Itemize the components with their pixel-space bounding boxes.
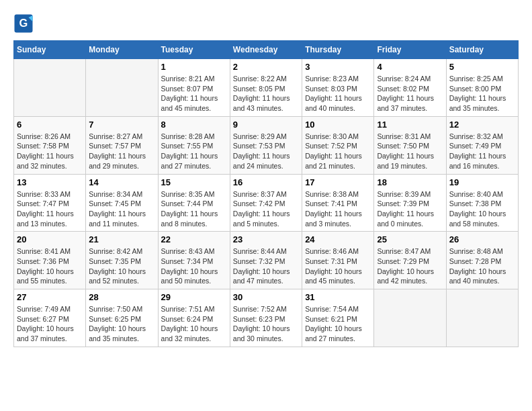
- day-number: 6: [17, 120, 83, 130]
- day-info: Sunrise: 8:28 AM Sunset: 7:55 PM Dayligh…: [161, 132, 227, 171]
- day-number: 19: [449, 177, 515, 187]
- weekday-header: Monday: [86, 41, 158, 59]
- calendar-cell: 3Sunrise: 8:23 AM Sunset: 8:03 PM Daylig…: [302, 59, 374, 117]
- calendar-cell: 24Sunrise: 8:46 AM Sunset: 7:31 PM Dayli…: [302, 232, 374, 289]
- calendar-cell: 31Sunrise: 7:54 AM Sunset: 6:21 PM Dayli…: [302, 289, 374, 347]
- day-info: Sunrise: 8:24 AM Sunset: 8:02 PM Dayligh…: [377, 74, 443, 113]
- day-info: Sunrise: 8:30 AM Sunset: 7:52 PM Dayligh…: [305, 132, 371, 171]
- calendar-week-row: 20Sunrise: 8:41 AM Sunset: 7:36 PM Dayli…: [14, 232, 519, 289]
- day-number: 3: [305, 62, 371, 72]
- calendar-cell: 16Sunrise: 8:37 AM Sunset: 7:42 PM Dayli…: [230, 174, 302, 232]
- day-info: Sunrise: 8:40 AM Sunset: 7:38 PM Dayligh…: [449, 189, 515, 229]
- day-number: 21: [89, 234, 154, 244]
- calendar-cell: 23Sunrise: 8:44 AM Sunset: 7:32 PM Dayli…: [230, 232, 302, 289]
- day-info: Sunrise: 8:48 AM Sunset: 7:28 PM Dayligh…: [449, 246, 515, 286]
- day-number: 12: [449, 120, 515, 130]
- calendar-cell: 28Sunrise: 7:50 AM Sunset: 6:25 PM Dayli…: [86, 289, 158, 347]
- calendar-table: SundayMondayTuesdayWednesdayThursdayFrid…: [13, 40, 519, 347]
- calendar-cell: 30Sunrise: 7:52 AM Sunset: 6:23 PM Dayli…: [230, 289, 302, 347]
- calendar-cell: 25Sunrise: 8:47 AM Sunset: 7:29 PM Dayli…: [374, 232, 446, 289]
- day-info: Sunrise: 8:22 AM Sunset: 8:05 PM Dayligh…: [233, 74, 299, 113]
- day-info: Sunrise: 8:43 AM Sunset: 7:34 PM Dayligh…: [161, 246, 227, 286]
- calendar-cell: 13Sunrise: 8:33 AM Sunset: 7:47 PM Dayli…: [14, 174, 86, 232]
- day-info: Sunrise: 8:26 AM Sunset: 7:58 PM Dayligh…: [17, 132, 83, 171]
- day-number: 23: [233, 234, 299, 244]
- calendar-body: 1Sunrise: 8:21 AM Sunset: 8:07 PM Daylig…: [14, 59, 519, 347]
- day-number: 25: [377, 234, 443, 244]
- day-number: 18: [377, 177, 443, 187]
- day-number: 8: [161, 120, 227, 130]
- day-info: Sunrise: 8:27 AM Sunset: 7:57 PM Dayligh…: [89, 132, 154, 171]
- day-number: 27: [17, 292, 83, 302]
- day-info: Sunrise: 8:47 AM Sunset: 7:29 PM Dayligh…: [377, 246, 443, 286]
- day-info: Sunrise: 8:25 AM Sunset: 8:00 PM Dayligh…: [449, 74, 515, 113]
- day-number: 29: [161, 292, 227, 302]
- day-number: 5: [449, 62, 515, 72]
- calendar-cell: [14, 59, 86, 117]
- day-info: Sunrise: 8:35 AM Sunset: 7:44 PM Dayligh…: [161, 189, 227, 229]
- day-info: Sunrise: 7:52 AM Sunset: 6:23 PM Dayligh…: [233, 304, 299, 344]
- calendar-cell: 7Sunrise: 8:27 AM Sunset: 7:57 PM Daylig…: [86, 116, 158, 174]
- day-number: 31: [305, 292, 371, 302]
- weekday-header: Sunday: [14, 41, 86, 59]
- day-info: Sunrise: 7:54 AM Sunset: 6:21 PM Dayligh…: [305, 304, 371, 344]
- day-number: 9: [233, 120, 299, 130]
- day-info: Sunrise: 7:50 AM Sunset: 6:25 PM Dayligh…: [89, 304, 154, 344]
- day-number: 28: [89, 292, 154, 302]
- day-number: 15: [161, 177, 227, 187]
- day-number: 17: [305, 177, 371, 187]
- calendar-cell: 8Sunrise: 8:28 AM Sunset: 7:55 PM Daylig…: [158, 116, 230, 174]
- day-number: 16: [233, 177, 299, 187]
- day-number: 1: [161, 62, 227, 72]
- calendar-cell: 1Sunrise: 8:21 AM Sunset: 8:07 PM Daylig…: [158, 59, 230, 117]
- logo-icon: G: [13, 13, 34, 34]
- day-info: Sunrise: 8:33 AM Sunset: 7:47 PM Dayligh…: [17, 189, 83, 229]
- calendar-week-row: 6Sunrise: 8:26 AM Sunset: 7:58 PM Daylig…: [14, 116, 519, 174]
- page-header: G: [13, 13, 519, 34]
- day-number: 30: [233, 292, 299, 302]
- calendar-cell: 29Sunrise: 7:51 AM Sunset: 6:24 PM Dayli…: [158, 289, 230, 347]
- calendar-cell: 12Sunrise: 8:32 AM Sunset: 7:49 PM Dayli…: [446, 116, 518, 174]
- day-number: 24: [305, 234, 371, 244]
- day-info: Sunrise: 7:51 AM Sunset: 6:24 PM Dayligh…: [161, 304, 227, 344]
- calendar-cell: 9Sunrise: 8:29 AM Sunset: 7:53 PM Daylig…: [230, 116, 302, 174]
- calendar-cell: [86, 59, 158, 117]
- weekday-header: Tuesday: [158, 41, 230, 59]
- day-info: Sunrise: 7:49 AM Sunset: 6:27 PM Dayligh…: [17, 304, 83, 344]
- day-number: 7: [89, 120, 154, 130]
- calendar-cell: 6Sunrise: 8:26 AM Sunset: 7:58 PM Daylig…: [14, 116, 86, 174]
- calendar-cell: 15Sunrise: 8:35 AM Sunset: 7:44 PM Dayli…: [158, 174, 230, 232]
- calendar-cell: 10Sunrise: 8:30 AM Sunset: 7:52 PM Dayli…: [302, 116, 374, 174]
- calendar-cell: 17Sunrise: 8:38 AM Sunset: 7:41 PM Dayli…: [302, 174, 374, 232]
- day-number: 22: [161, 234, 227, 244]
- weekday-header: Saturday: [446, 41, 518, 59]
- day-number: 2: [233, 62, 299, 72]
- day-info: Sunrise: 8:37 AM Sunset: 7:42 PM Dayligh…: [233, 189, 299, 229]
- calendar-cell: 5Sunrise: 8:25 AM Sunset: 8:00 PM Daylig…: [446, 59, 518, 117]
- day-info: Sunrise: 8:41 AM Sunset: 7:36 PM Dayligh…: [17, 246, 83, 286]
- day-number: 11: [377, 120, 443, 130]
- calendar-header: SundayMondayTuesdayWednesdayThursdayFrid…: [14, 41, 519, 59]
- day-number: 4: [377, 62, 443, 72]
- calendar-cell: 26Sunrise: 8:48 AM Sunset: 7:28 PM Dayli…: [446, 232, 518, 289]
- day-info: Sunrise: 8:44 AM Sunset: 7:32 PM Dayligh…: [233, 246, 299, 286]
- day-info: Sunrise: 8:32 AM Sunset: 7:49 PM Dayligh…: [449, 132, 515, 171]
- day-info: Sunrise: 8:21 AM Sunset: 8:07 PM Dayligh…: [161, 74, 227, 113]
- calendar-cell: 14Sunrise: 8:34 AM Sunset: 7:45 PM Dayli…: [86, 174, 158, 232]
- day-number: 14: [89, 177, 154, 187]
- day-info: Sunrise: 8:38 AM Sunset: 7:41 PM Dayligh…: [305, 189, 371, 229]
- day-number: 20: [17, 234, 83, 244]
- calendar-cell: 11Sunrise: 8:31 AM Sunset: 7:50 PM Dayli…: [374, 116, 446, 174]
- calendar-week-row: 13Sunrise: 8:33 AM Sunset: 7:47 PM Dayli…: [14, 174, 519, 232]
- weekday-header: Friday: [374, 41, 446, 59]
- weekday-row: SundayMondayTuesdayWednesdayThursdayFrid…: [14, 41, 519, 59]
- day-info: Sunrise: 8:31 AM Sunset: 7:50 PM Dayligh…: [377, 132, 443, 171]
- calendar-cell: 18Sunrise: 8:39 AM Sunset: 7:39 PM Dayli…: [374, 174, 446, 232]
- weekday-header: Wednesday: [230, 41, 302, 59]
- day-number: 13: [17, 177, 83, 187]
- calendar-week-row: 27Sunrise: 7:49 AM Sunset: 6:27 PM Dayli…: [14, 289, 519, 347]
- calendar-cell: 20Sunrise: 8:41 AM Sunset: 7:36 PM Dayli…: [14, 232, 86, 289]
- day-info: Sunrise: 8:46 AM Sunset: 7:31 PM Dayligh…: [305, 246, 371, 286]
- day-info: Sunrise: 8:34 AM Sunset: 7:45 PM Dayligh…: [89, 189, 154, 229]
- calendar-cell: 27Sunrise: 7:49 AM Sunset: 6:27 PM Dayli…: [14, 289, 86, 347]
